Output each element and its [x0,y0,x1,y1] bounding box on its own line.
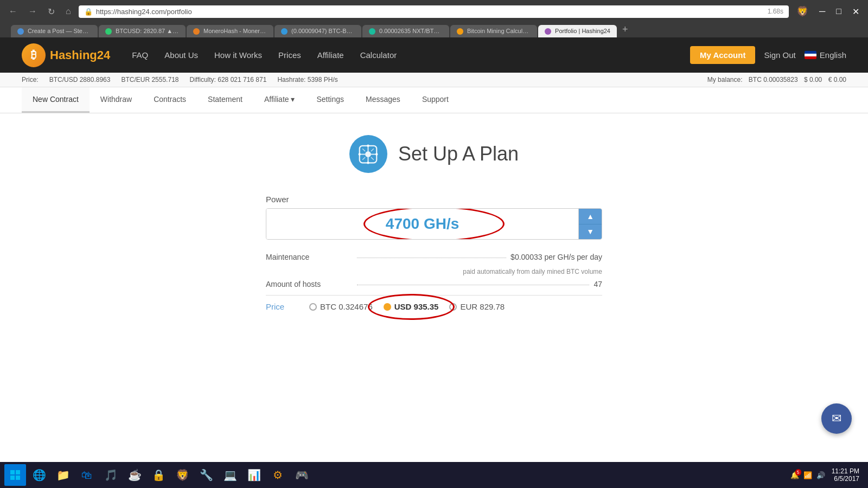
nav-prices[interactable]: Prices [278,50,301,60]
nav-how-it-works[interactable]: How it Works [214,50,262,60]
tab-bitcoin-calc[interactable]: Bitcoin Mining Calculator [450,25,537,37]
back-button[interactable]: ← [5,5,21,17]
price-option-usd-inner[interactable]: USD 935.35 [384,302,439,311]
price-option-btc[interactable]: BTC 0.324676 [309,302,373,311]
language-selector[interactable]: English [805,50,846,60]
taskbar-app5[interactable]: 🎮 [291,464,312,486]
address-bar[interactable]: 🔒 https://hashing24.com/portfolio 1.68s [79,5,789,18]
tab-steemit[interactable]: Create a Post — Steemit [11,25,98,37]
price-option-eur[interactable]: EUR 829.78 [449,302,505,311]
refresh-button[interactable]: ↻ [44,5,58,18]
maintenance-value: $0.00033 per GH/s per day [510,253,602,261]
chat-button[interactable]: ✉ [821,403,852,434]
tab-btcbat[interactable]: (0.00009047) BTC-BAT Ba... [275,25,361,37]
power-increase-button[interactable]: ▲ [579,209,602,224]
nav-affiliate[interactable]: Affiliate [317,50,344,60]
notification-badge: 5 [795,469,801,476]
price-section-label: Price [266,302,298,311]
new-tab-button[interactable]: + [618,22,633,37]
tab-bitcoin-calc-label: Bitcoin Mining Calculator [467,28,533,34]
nav-faq[interactable]: FAQ [132,50,148,60]
nav-about[interactable]: About Us [164,50,198,60]
maximize-button[interactable]: □ [833,5,845,17]
taskbar-explorer[interactable]: 📁 [52,464,74,486]
subnav-settings[interactable]: Settings [305,87,355,113]
price-btc-value: BTC 0.324676 [320,302,373,311]
home-button[interactable]: ⌂ [62,5,74,17]
taskbar-app3[interactable]: 📊 [243,464,265,486]
taskbar-vpn[interactable]: 🔒 [148,464,169,486]
tab-monerod[interactable]: MoneroHash - Monero M... [187,25,273,37]
tab-portfolio[interactable]: Portfolio | Hashing24 [538,25,617,37]
minimize-button[interactable]: ─ [816,5,828,17]
subnav-withdraw[interactable]: Withdraw [90,87,143,113]
close-button[interactable]: ✕ [849,5,863,18]
circuit-icon [356,142,380,166]
price-radio-eur[interactable] [449,303,457,311]
power-decrease-button[interactable]: ▼ [579,224,602,240]
subnav-contracts[interactable]: Contracts [143,87,197,113]
subnav-messages[interactable]: Messages [355,87,411,113]
forward-button[interactable]: → [25,5,40,17]
price-eur-value: EUR 829.78 [460,302,505,311]
subnav-new-contract[interactable]: New Contract [22,87,90,113]
tab-btcusd[interactable]: BTCUSD: 2820.87 ▲+4.55 [99,25,186,37]
eur-balance: € 0.00 [828,76,846,84]
subnav-affiliate[interactable]: Affiliate ▾ [253,87,306,113]
hosts-value: 47 [593,280,602,288]
taskbar-system-area: 🔔 5 📶 🔊 [786,471,829,479]
power-field: Power ▲ ▼ [266,195,602,240]
start-button[interactable] [4,464,26,486]
svg-rect-14 [10,470,15,474]
svg-line-11 [371,149,374,151]
taskbar-notification-icon[interactable]: 🔔 5 [790,471,799,479]
browser-chrome: ← → ↻ ⌂ 🔒 https://hashing24.com/portfoli… [0,0,868,37]
subnav-support[interactable]: Support [411,87,459,113]
sign-out-link[interactable]: Sign Out [764,50,795,60]
taskbar-media[interactable]: 🎵 [100,464,122,486]
load-time: 1.68s [768,8,783,15]
volume-icon: 🔊 [816,471,825,479]
windows-icon [10,470,21,480]
hosts-key: Amount of hosts [266,280,353,288]
svg-point-6 [367,144,370,147]
taskbar-brave[interactable]: 🦁 [171,464,193,486]
wifi-icon: 📶 [803,471,812,479]
taskbar-java[interactable]: ☕ [124,464,145,486]
taskbar: 🌐 📁 🛍 🎵 ☕ 🔒 🦁 🔧 💻 📊 ⚙ 🎮 🔔 5 📶 🔊 11:21 PM… [0,462,868,488]
btc-eur-price: BTC/EUR 2555.718 [121,76,178,84]
nav-calculator[interactable]: Calculator [360,50,397,60]
logo-icon: ₿ [22,43,46,67]
taskbar-store[interactable]: 🛍 [76,464,98,486]
svg-point-1 [366,151,372,157]
maintenance-key: Maintenance [266,253,353,261]
svg-line-13 [371,157,374,159]
page-icon [349,135,387,173]
hosts-dots [357,285,589,285]
brave-icon[interactable]: 🦁 [793,4,812,18]
taskbar-app2[interactable]: 💻 [219,464,241,486]
power-input[interactable] [266,209,578,239]
my-account-button[interactable]: My Account [690,46,755,64]
balance-label: My balance: [707,76,743,84]
price-label: Price: [22,76,39,84]
price-radio-usd[interactable] [384,303,391,311]
price-option-usd[interactable]: USD 935.35 [384,302,439,311]
tab-btcusd-label: BTCUSD: 2820.87 ▲+4.55 [116,28,186,34]
tab-nxtbtc[interactable]: 0.00002635 NXT/BTC Ma... [362,25,449,37]
taskbar-app4[interactable]: ⚙ [267,464,289,486]
lock-icon: 🔒 [84,8,93,16]
site-wrapper: ₿ Hashing24 FAQ About Us How it Works Pr… [0,37,868,479]
taskbar-date: 6/5/2017 [832,475,859,483]
taskbar-edge[interactable]: 🌐 [28,464,50,486]
subnav-statement[interactable]: Statement [197,87,253,113]
svg-line-10 [363,149,366,151]
main-nav: FAQ About Us How it Works Prices Affilia… [132,50,690,60]
price-radio-btc[interactable] [309,303,317,311]
taskbar-app1[interactable]: 🔧 [195,464,217,486]
taskbar-clock[interactable]: 11:21 PM 6/5/2017 [832,467,864,483]
price-usd-value: USD 935.35 [394,302,439,311]
tab-nxtbtc-label: 0.00002635 NXT/BTC Ma... [379,28,449,34]
flag-icon [805,51,816,59]
top-nav: ₿ Hashing24 FAQ About Us How it Works Pr… [0,37,868,73]
